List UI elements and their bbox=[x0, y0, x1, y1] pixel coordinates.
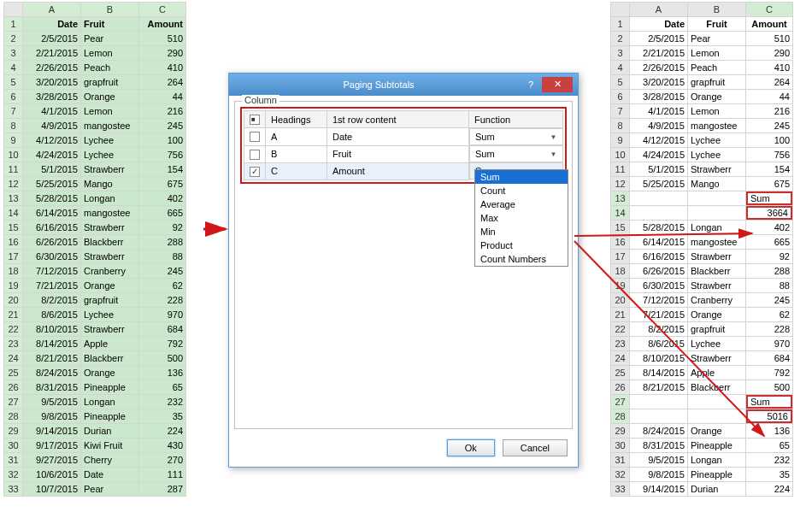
dropdown-option[interactable]: Count bbox=[475, 184, 568, 197]
cell[interactable]: Orange bbox=[688, 90, 746, 104]
cell[interactable]: 6/26/2015 bbox=[23, 235, 81, 250]
cell[interactable]: Orange bbox=[688, 424, 746, 439]
row-header[interactable]: 27 bbox=[611, 395, 630, 409]
cell[interactable]: 10/7/2015 bbox=[23, 482, 81, 497]
cell[interactable]: 7/21/2015 bbox=[630, 308, 688, 322]
cell[interactable]: 8/6/2015 bbox=[23, 308, 81, 322]
cell[interactable]: 154 bbox=[139, 162, 186, 177]
cell[interactable]: 2/26/2015 bbox=[23, 61, 81, 75]
row-header[interactable]: 17 bbox=[611, 250, 630, 264]
cell[interactable]: 8/2/2015 bbox=[23, 293, 81, 308]
cell[interactable]: Longan bbox=[81, 395, 139, 409]
row-header[interactable]: 4 bbox=[611, 61, 630, 75]
cell[interactable]: Lychee bbox=[688, 148, 746, 162]
grid-row-b[interactable]: B Fruit Sum▼ bbox=[244, 145, 563, 162]
cell[interactable]: 288 bbox=[139, 235, 186, 250]
cell[interactable]: Fruit bbox=[688, 17, 746, 32]
cell[interactable]: 245 bbox=[746, 293, 793, 308]
dropdown-option[interactable]: Product bbox=[475, 238, 568, 252]
col-header[interactable]: B bbox=[81, 3, 139, 17]
cell[interactable]: Lychee bbox=[81, 308, 139, 322]
cell[interactable]: Pear bbox=[81, 482, 139, 497]
row-header[interactable]: 24 bbox=[611, 351, 630, 366]
cell[interactable]: 970 bbox=[746, 337, 793, 351]
cell[interactable]: 5/1/2015 bbox=[23, 162, 81, 177]
row-header[interactable]: 31 bbox=[611, 453, 630, 468]
row-header[interactable]: 14 bbox=[4, 206, 23, 221]
row-header[interactable]: 25 bbox=[611, 366, 630, 380]
row-header[interactable]: 21 bbox=[611, 308, 630, 322]
cell[interactable]: Strawberr bbox=[81, 221, 139, 235]
col-header[interactable]: A bbox=[630, 3, 688, 17]
cell[interactable]: Durian bbox=[81, 424, 139, 439]
row-header[interactable]: 21 bbox=[4, 308, 23, 322]
cell[interactable]: Amount bbox=[746, 17, 793, 32]
cell[interactable]: 430 bbox=[139, 439, 186, 453]
cell[interactable]: 410 bbox=[746, 61, 793, 75]
cell[interactable]: Strawberr bbox=[688, 351, 746, 366]
cell[interactable]: Strawberr bbox=[81, 162, 139, 177]
cell[interactable]: 264 bbox=[746, 75, 793, 90]
row-header[interactable]: 2 bbox=[611, 32, 630, 46]
cell[interactable]: 2/5/2015 bbox=[23, 32, 81, 46]
cell[interactable]: Apple bbox=[81, 337, 139, 351]
cell[interactable]: Kiwi Fruit bbox=[81, 439, 139, 453]
cell[interactable]: 3/28/2015 bbox=[23, 90, 81, 104]
cell[interactable]: Blackberr bbox=[688, 380, 746, 395]
cell[interactable] bbox=[688, 191, 746, 206]
cell[interactable]: 100 bbox=[139, 133, 186, 148]
cell[interactable]: Longan bbox=[688, 221, 746, 235]
cell[interactable]: 665 bbox=[139, 206, 186, 221]
cell[interactable]: Lemon bbox=[688, 46, 746, 61]
cell[interactable]: 510 bbox=[139, 32, 186, 46]
cell[interactable]: 5/25/2015 bbox=[630, 177, 688, 191]
cell[interactable]: 3/28/2015 bbox=[630, 90, 688, 104]
cell[interactable]: 5016 bbox=[746, 409, 793, 424]
cell[interactable] bbox=[688, 206, 746, 221]
dropdown-option[interactable]: Max bbox=[475, 211, 568, 225]
cell[interactable]: 8/21/2015 bbox=[630, 380, 688, 395]
cell[interactable]: Peach bbox=[688, 61, 746, 75]
cell[interactable]: 6/26/2015 bbox=[630, 264, 688, 279]
cell[interactable]: Durian bbox=[688, 482, 746, 497]
cell[interactable]: Orange bbox=[81, 90, 139, 104]
cell[interactable]: 8/14/2015 bbox=[630, 366, 688, 380]
row-header[interactable]: 13 bbox=[611, 191, 630, 206]
cell[interactable]: 8/31/2015 bbox=[630, 439, 688, 453]
row-header[interactable]: 33 bbox=[4, 482, 23, 497]
row-header[interactable]: 9 bbox=[611, 133, 630, 148]
row-header[interactable]: 6 bbox=[611, 90, 630, 104]
row-header[interactable]: 19 bbox=[611, 279, 630, 293]
cell[interactable]: 9/17/2015 bbox=[23, 439, 81, 453]
cell[interactable]: mangostee bbox=[81, 206, 139, 221]
row-header[interactable]: 10 bbox=[611, 148, 630, 162]
row-header[interactable]: 20 bbox=[4, 293, 23, 308]
cell[interactable]: 232 bbox=[139, 395, 186, 409]
cell[interactable]: 510 bbox=[746, 32, 793, 46]
cell[interactable]: 9/5/2015 bbox=[23, 395, 81, 409]
cell[interactable]: Date bbox=[81, 468, 139, 482]
cell[interactable]: 290 bbox=[139, 46, 186, 61]
cell[interactable]: 9/14/2015 bbox=[630, 482, 688, 497]
cell[interactable]: Amount bbox=[139, 17, 186, 32]
cell[interactable]: 8/24/2015 bbox=[630, 424, 688, 439]
grid-header-check[interactable] bbox=[244, 111, 266, 128]
cell[interactable]: 65 bbox=[746, 439, 793, 453]
cell[interactable]: 4/12/2015 bbox=[630, 133, 688, 148]
cell[interactable]: 500 bbox=[139, 351, 186, 366]
cell[interactable]: 9/27/2015 bbox=[23, 453, 81, 468]
row-header[interactable]: 16 bbox=[4, 235, 23, 250]
cell[interactable]: 8/31/2015 bbox=[23, 380, 81, 395]
cell[interactable]: 3/20/2015 bbox=[23, 75, 81, 90]
cell[interactable]: 6/16/2015 bbox=[630, 250, 688, 264]
cell[interactable]: 6/14/2015 bbox=[23, 206, 81, 221]
row-header[interactable]: 2 bbox=[4, 32, 23, 46]
row-header[interactable]: 32 bbox=[4, 468, 23, 482]
cell[interactable]: 35 bbox=[746, 468, 793, 482]
row-header[interactable]: 32 bbox=[611, 468, 630, 482]
cell[interactable]: 290 bbox=[746, 46, 793, 61]
cell[interactable]: 792 bbox=[746, 366, 793, 380]
cell[interactable]: 6/14/2015 bbox=[630, 235, 688, 250]
row-header[interactable]: 26 bbox=[4, 380, 23, 395]
row-header[interactable]: 27 bbox=[4, 395, 23, 409]
